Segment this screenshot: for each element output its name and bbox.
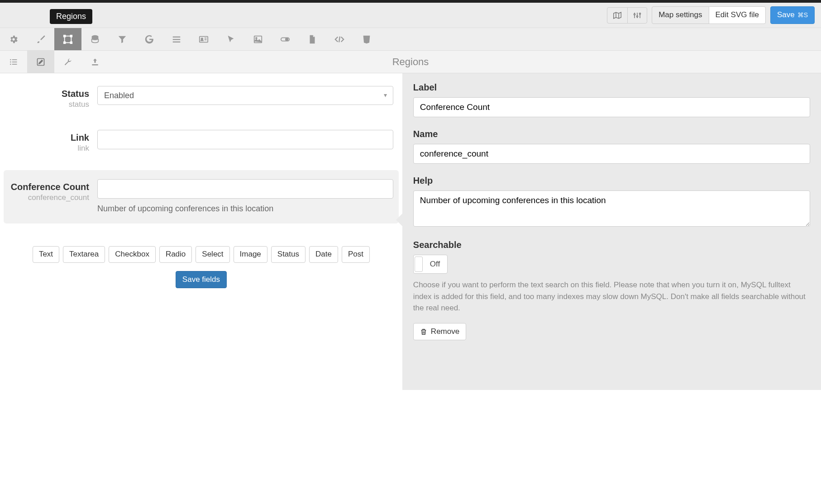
tab-cursor[interactable] [217, 28, 244, 50]
field-name: link [9, 144, 89, 153]
field-row-conference-count[interactable]: Conference Count conference_count Number… [4, 170, 399, 223]
subtab-upload[interactable] [81, 51, 109, 73]
field-type-select[interactable]: Select [196, 246, 229, 262]
css-icon [362, 34, 372, 44]
save-shortcut: ⌘S [797, 11, 808, 19]
field-type-checkbox[interactable]: Checkbox [109, 246, 156, 262]
tab-regions[interactable] [54, 28, 81, 50]
svg-point-25 [286, 38, 288, 41]
svg-point-19 [201, 38, 203, 40]
settings-sliders-button[interactable] [627, 7, 647, 24]
trash-icon [420, 328, 427, 335]
searchable-heading: Searchable [413, 240, 810, 250]
svg-rect-10 [64, 35, 66, 37]
toggle-state-label: Off [424, 256, 446, 272]
svg-rect-15 [173, 36, 181, 37]
field-label: Status [9, 89, 89, 99]
svg-rect-34 [92, 64, 98, 66]
searchable-help-note: Choose if you want to perform the text s… [413, 279, 810, 314]
field-label: Link [9, 133, 89, 143]
tab-css[interactable] [353, 28, 380, 50]
save-button[interactable]: Save ⌘S [770, 6, 815, 24]
svg-rect-11 [71, 35, 72, 37]
tab-menu[interactable] [163, 28, 190, 50]
svg-point-31 [10, 63, 11, 65]
tab-document[interactable] [299, 28, 326, 50]
field-type-buttons: Text Textarea Checkbox Radio Select Imag… [9, 246, 393, 262]
field-help-text: Number of upcoming conferences in this l… [97, 203, 393, 214]
save-fields-button[interactable]: Save fields [176, 271, 227, 288]
svg-point-27 [10, 59, 11, 60]
database-icon [90, 34, 100, 44]
image-icon [253, 34, 263, 44]
link-input[interactable] [97, 130, 393, 149]
tab-settings-gear[interactable] [0, 28, 27, 50]
tab-image[interactable] [244, 28, 272, 50]
svg-point-6 [634, 14, 635, 15]
tab-code[interactable] [326, 28, 353, 50]
map-icon [613, 11, 622, 19]
help-heading: Help [413, 176, 810, 186]
field-name: status [9, 100, 89, 109]
field-label: Conference Count [9, 182, 89, 192]
name-input[interactable] [413, 144, 810, 164]
field-type-textarea[interactable]: Textarea [63, 246, 105, 262]
svg-line-26 [339, 36, 340, 42]
subtab-wrench[interactable] [54, 51, 81, 73]
field-type-text[interactable]: Text [33, 246, 59, 262]
subtab-edit[interactable] [27, 51, 54, 73]
map-view-button[interactable] [607, 7, 628, 24]
tooltip-regions: Regions [50, 9, 92, 24]
help-textarea[interactable]: Number of upcoming conferences in this l… [413, 190, 810, 227]
tab-database[interactable] [81, 28, 109, 50]
tab-google[interactable] [136, 28, 163, 50]
field-name: conference_count [9, 193, 89, 202]
tab-toggle[interactable] [272, 28, 299, 50]
filter-icon [117, 34, 127, 44]
field-type-status[interactable]: Status [271, 246, 305, 262]
fields-list-pane: Status status Enabled Link link [0, 73, 402, 390]
tab-brush[interactable] [27, 28, 54, 50]
field-row-link[interactable]: Link link [9, 126, 393, 157]
sub-nav: Regions [0, 51, 821, 73]
label-heading: Label [413, 82, 810, 93]
sliders-icon [633, 11, 641, 19]
subtab-list[interactable] [0, 51, 27, 73]
field-row-status[interactable]: Status status Enabled [9, 82, 393, 113]
searchable-toggle[interactable]: Off [413, 255, 448, 274]
main-content: Status status Enabled Link link [0, 73, 821, 390]
wrench-icon [63, 57, 72, 67]
remove-button[interactable]: Remove [413, 323, 466, 340]
field-type-radio[interactable]: Radio [159, 246, 192, 262]
code-icon [334, 34, 344, 44]
field-type-post[interactable]: Post [342, 246, 370, 262]
tab-filter[interactable] [109, 28, 136, 50]
google-icon [144, 34, 154, 44]
conference-count-input[interactable] [97, 179, 393, 199]
field-type-date[interactable]: Date [309, 246, 338, 262]
map-settings-button[interactable]: Map settings [652, 6, 709, 24]
brush-icon [36, 34, 46, 44]
id-card-icon [199, 34, 209, 44]
status-select[interactable]: Enabled [97, 86, 393, 105]
upload-icon [91, 57, 100, 67]
selection-icon [63, 34, 73, 44]
svg-point-8 [640, 13, 641, 14]
menu-icon [172, 34, 181, 44]
field-type-image[interactable]: Image [234, 246, 267, 262]
svg-rect-16 [173, 39, 181, 40]
label-input[interactable] [413, 97, 810, 117]
svg-point-29 [10, 61, 11, 62]
remove-label: Remove [431, 327, 459, 336]
field-properties-pane: Label Name Help Number of upcoming confe… [402, 73, 821, 390]
cursor-icon [226, 34, 236, 44]
edit-icon [36, 57, 45, 67]
tab-card[interactable] [190, 28, 217, 50]
svg-rect-17 [173, 41, 181, 42]
top-toolbar: Regions Map settings Edit SVG file Save … [0, 3, 821, 28]
toggle-handle [415, 257, 423, 272]
svg-rect-30 [12, 62, 17, 62]
edit-svg-button[interactable]: Edit SVG file [709, 6, 766, 24]
svg-rect-13 [71, 42, 72, 43]
svg-point-23 [256, 37, 257, 38]
